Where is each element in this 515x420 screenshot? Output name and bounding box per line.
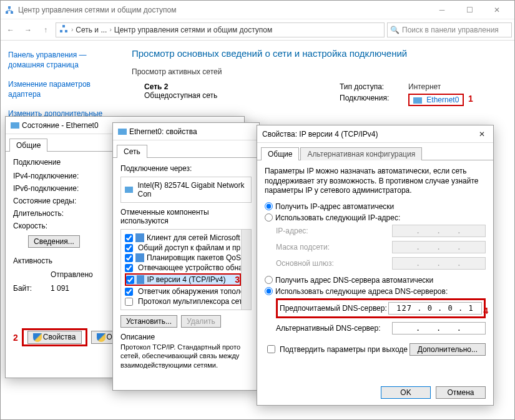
access-type-value: Интернет [408, 82, 441, 91]
nic-icon [125, 187, 133, 193]
svg-rect-2 [8, 6, 11, 9]
svg-rect-0 [6, 11, 8, 14]
adapter-properties-dialog: Ethernet0: свойства Сеть Подключение чер… [112, 122, 260, 391]
annotation-box-1: Ethernet0 [408, 94, 464, 106]
speed-label: Скорость: [13, 222, 107, 230]
forward-button[interactable]: → [21, 22, 36, 37]
component-label: Общий доступ к файлам и принт [138, 243, 252, 252]
component-checkbox[interactable] [125, 298, 133, 306]
tab-general[interactable]: Общие [261, 147, 299, 160]
annotation-box-2: Свойства [22, 328, 87, 346]
ip-auto-radio[interactable] [265, 202, 273, 210]
tab-general[interactable]: Общие [9, 139, 47, 152]
tab-network[interactable]: Сеть [117, 145, 147, 158]
validate-label: Подтвердить параметры при выходе [280, 345, 410, 354]
protocol-icon [135, 233, 144, 242]
component-row[interactable]: Ответчик обнаружения тополог [125, 287, 241, 296]
network-icon [59, 24, 69, 36]
network-type: Общедоступная сеть [144, 91, 315, 100]
bytes-sent-value: 1 091 [51, 284, 69, 293]
component-label: Ответчик обнаружения тополог [138, 287, 247, 296]
component-checkbox[interactable] [125, 234, 133, 242]
breadcrumb[interactable]: › Сеть и ... › Центр управления сетями и… [56, 22, 385, 37]
tab-alternative[interactable]: Альтернативная конфигурация [300, 147, 422, 160]
component-checkbox[interactable] [125, 264, 133, 272]
component-row[interactable]: Клиент для сетей Microsoft [125, 233, 241, 242]
advanced-button[interactable]: Дополнительно... [410, 343, 486, 356]
titlebar: Центр управления сетями и общим доступом… [1, 1, 514, 19]
component-checkbox[interactable] [125, 254, 133, 262]
sidebar-home-link[interactable]: Панель управления — домашняя страница [8, 51, 112, 70]
component-checkbox[interactable] [125, 288, 133, 296]
ipv4-label: IPv4-подключение: [13, 172, 107, 180]
ipv4-properties-dialog: Свойства: IP версии 4 (TCP/IPv4) ✕ Общие… [257, 125, 494, 406]
dns-manual-radio[interactable] [265, 287, 273, 295]
dns-auto-label: Получить адрес DNS-сервера автоматически [275, 276, 433, 285]
dns-auto-radio[interactable] [265, 276, 273, 284]
duration-label: Длительность: [13, 209, 107, 218]
up-button[interactable]: ↑ [38, 22, 53, 37]
adapter-icon [413, 97, 422, 104]
chevron-icon: › [71, 26, 73, 33]
back-button[interactable]: ← [3, 22, 18, 37]
adapter-display: Intel(R) 82574L Gigabit Network Con [120, 177, 252, 203]
annotation-4: 4 [483, 306, 488, 316]
connection-link[interactable]: Ethernet0 [426, 95, 459, 104]
toolbar: ← → ↑ › Сеть и ... › Центр управления се… [1, 19, 514, 41]
ip-manual-label: Использовать следующий IP-адрес: [275, 213, 400, 222]
breadcrumb-seg[interactable]: Центр управления сетями и общим доступом [114, 26, 273, 34]
ip-manual-radio[interactable] [265, 213, 273, 222]
protocol-icon [135, 253, 144, 262]
details-button[interactable]: Сведения... [28, 235, 80, 248]
component-label: Протокол мультиплексора сете [138, 297, 247, 306]
adapter-name: Intel(R) 82574L Gigabit Network Con [138, 181, 247, 198]
cancel-button[interactable]: Отмена [436, 386, 486, 399]
alternate-dns-input[interactable]: . . . [392, 322, 486, 335]
description-label: Описание [120, 333, 252, 341]
component-label: Планировщик пакетов QoS [147, 253, 241, 262]
sidebar-adapter-link[interactable]: Изменение параметров адаптера [8, 80, 112, 99]
component-row[interactable]: Протокол мультиплексора сете [125, 297, 241, 306]
annotation-1: 1 [468, 94, 473, 106]
connections-label: Подключения: [340, 94, 408, 106]
validate-checkbox[interactable] [267, 345, 275, 353]
scrollbar[interactable] [241, 230, 251, 310]
component-checkbox[interactable] [126, 276, 134, 284]
search-input[interactable]: 🔍 Поиск в панели управления [387, 22, 512, 37]
close-button[interactable]: ✕ [483, 1, 511, 19]
component-checkbox[interactable] [125, 244, 133, 252]
svg-rect-3 [60, 30, 62, 32]
gateway-input: . . . [392, 257, 486, 270]
component-label: Клиент для сетей Microsoft [147, 233, 240, 242]
ip-auto-label: Получить IP-адрес автоматически [275, 202, 394, 211]
preferred-dns-input[interactable]: 127 . 0 . 0 . 1 [388, 302, 482, 315]
close-button[interactable]: ✕ [476, 130, 488, 139]
ok-button[interactable]: OK [381, 386, 431, 399]
ipv6-label: IPv6-подключение: [13, 184, 107, 193]
install-button[interactable]: Установить... [120, 315, 177, 328]
ip-address-input: . . . [392, 225, 486, 237]
bytes-label: Байт: [13, 284, 51, 293]
component-row[interactable]: Отвечающее устройство обнару [125, 263, 241, 272]
minimize-button[interactable]: ─ [428, 1, 456, 19]
annotation-2: 2 [13, 333, 18, 343]
components-label: Отмеченные компоненты используются [120, 208, 252, 225]
page-heading: Просмотр основных сведений о сети и наст… [132, 48, 502, 59]
properties-button[interactable]: Свойства [27, 331, 82, 344]
components-listbox[interactable]: Клиент для сетей Microsoft Общий доступ … [120, 229, 252, 310]
maximize-button[interactable]: ☐ [456, 1, 483, 19]
dialog-title: Ethernet0: свойства [129, 127, 254, 136]
component-label: Отвечающее устройство обнару [138, 263, 250, 272]
component-row-ipv4[interactable]: IP версии 4 (TCP/IPv4) 3 [125, 273, 241, 286]
preferred-dns-label: Предпочитаемый DNS-сервер: [280, 304, 388, 313]
dialog-titlebar: Свойства: IP версии 4 (TCP/IPv4) ✕ [257, 125, 493, 143]
protocol-icon [137, 275, 144, 284]
shield-icon [97, 333, 105, 342]
search-placeholder: Поиск в панели управления [402, 26, 499, 34]
component-row[interactable]: Планировщик пакетов QoS [125, 253, 241, 262]
breadcrumb-seg[interactable]: Сеть и ... [76, 26, 107, 34]
shield-icon [33, 333, 42, 342]
subnet-mask-label: Маска подсети: [276, 243, 392, 252]
adapter-icon [118, 127, 129, 136]
component-row[interactable]: Общий доступ к файлам и принт [125, 243, 241, 252]
